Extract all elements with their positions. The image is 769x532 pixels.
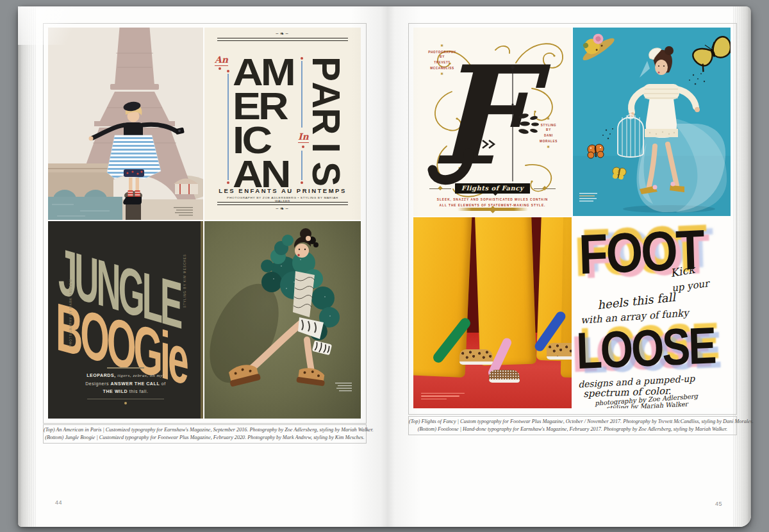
- leopard-platform-shoe-2: [296, 367, 326, 387]
- ornament-line-right: [534, 188, 556, 189]
- model-photo-illustration: [204, 221, 361, 419]
- poster-edge-strip: [201, 221, 203, 419]
- flights-of-fancy-label: Flights of Fancy: [455, 183, 530, 194]
- page-number-right: 45: [715, 501, 722, 507]
- caption-line-1: (Top) An American in Paris | Customized …: [44, 426, 366, 434]
- snakeskin-top: [293, 271, 315, 317]
- leopard-sneaker: [459, 349, 493, 365]
- gold-rule: [107, 367, 144, 369]
- book-spread-photo: ~❧~ An AM ER IC AN In P A R I S LES ENFA…: [0, 0, 769, 532]
- sneaker-sole: [459, 362, 493, 365]
- jungle-blurb: LEOPARDS, tigers, zebras, oh my! Designe…: [63, 367, 188, 404]
- page-edges-left: [18, 6, 36, 527]
- gold-star-icon: ✳: [533, 144, 565, 151]
- top-rule-2: [217, 40, 348, 41]
- eiffel-tower-photo: [48, 28, 203, 220]
- black-boots: [123, 197, 142, 204]
- script-an: An: [215, 54, 228, 66]
- gold-star-icon: ✳: [425, 43, 460, 49]
- footloose-poster: FOOT Kick up your heels this fall with a…: [573, 217, 731, 408]
- leopard-hightop-sneaker: [547, 343, 572, 360]
- styling-credit-block: ✳ STYLING BY DANI MORALES ✳: [533, 116, 565, 150]
- glitter-sneaker: [489, 370, 520, 383]
- gold-divider: [458, 208, 528, 211]
- butterfly-model-photo: [573, 28, 731, 216]
- right-page-caption: (Top) Flights of Fancy | Custom typograp…: [408, 416, 737, 435]
- photo-credit-lines: [421, 393, 466, 400]
- photography-credit-block: ✳ PHOTOGRAPHY BY TREVETT MCCANDLISS ✳: [425, 43, 460, 77]
- top-rule: [217, 38, 348, 38]
- poster-subtitle: LES ENFANTS AU PRINTEMPS: [204, 187, 361, 194]
- ornament-line-left: [429, 188, 451, 189]
- blue-rule-mid: [301, 61, 302, 128]
- gold-star-icon: ✳: [533, 116, 565, 122]
- american-in-paris-poster: ~❧~ An AM ER IC AN In P A R I S LES ENFA…: [204, 28, 361, 220]
- blue-rule-mid-2: [301, 151, 302, 180]
- caption-line-2: (Bottom) Jungle Boogie | Customized typo…: [44, 434, 366, 442]
- page-number-left: 44: [55, 499, 62, 506]
- gold-dot: [124, 402, 127, 404]
- caption-line-2: (Bottom) Footloose | Hand-done typograph…: [409, 426, 736, 433]
- styling-credit-vertical: STYLING BY KIM MESCHES: [184, 254, 187, 308]
- zebra-clutch: [312, 340, 332, 355]
- model-head: [294, 228, 318, 258]
- left-page-caption: (Top) An American in Paris | Customized …: [43, 424, 367, 444]
- scroll-ornament-bottom: ~❧~: [276, 206, 290, 212]
- label-row: Flights of Fancy: [413, 183, 572, 194]
- loose-word: LOOSE: [575, 315, 716, 381]
- flights-of-fancy-poster: F ✳ PHOTOGRAPHY BY TREVETT: [413, 28, 572, 216]
- eiffel-photo-illustration: [48, 28, 203, 220]
- paris-rotated-letters: P A R I S: [308, 56, 344, 187]
- caption-line-1: (Top) Flights of Fancy | Custom typograp…: [409, 418, 736, 426]
- red-dot: [219, 67, 221, 70]
- photography-credit-vertical: PHOTOGRAPHY BY MARK ANDREW: [69, 279, 72, 347]
- gold-star-icon: ✳: [425, 71, 460, 78]
- scroll-ornament-top: ~❧~: [276, 31, 290, 37]
- jungle-boogie-poster: JUNGLE BOOGie PHOTOGRAPHY BY MARK ANDREW…: [48, 221, 203, 419]
- photo-credit-lines: [335, 383, 352, 391]
- american-stacked-letters: AM ER IC AN: [233, 56, 294, 192]
- monarch-butterfly: [588, 144, 604, 158]
- stone-bridge: [48, 163, 113, 199]
- teal-photo-illustration: [573, 28, 731, 216]
- blue-rule-left: [227, 74, 229, 180]
- leopard-heels-model-photo: [204, 221, 361, 419]
- yellow-panels-photo: [413, 217, 572, 408]
- thin-rule: [87, 399, 164, 399]
